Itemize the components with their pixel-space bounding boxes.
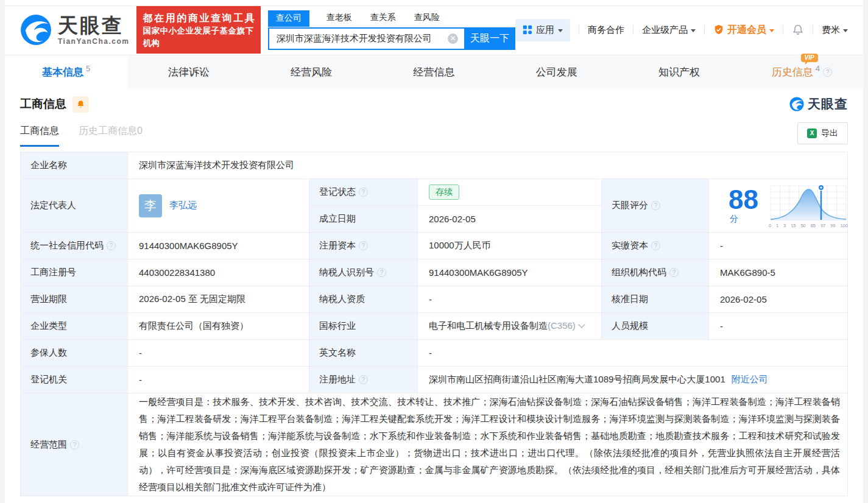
- open-vip-button[interactable]: 开通会员: [713, 24, 774, 37]
- tab-operating-risk[interactable]: 经营风险: [250, 55, 373, 88]
- help-icon[interactable]: [107, 241, 116, 250]
- business-scope-label: 经营范围: [21, 393, 128, 496]
- legal-rep-link[interactable]: 李弘远: [169, 200, 197, 211]
- score-distribution-chart: 01 315 5085 9799 100: [768, 183, 849, 228]
- table-row: 参保人数 - 英文名称 -: [21, 340, 848, 367]
- notification-bell-icon[interactable]: [792, 24, 804, 36]
- table-row: 工商注册号 440300228341380 纳税人识别号 91440300MAK…: [21, 259, 848, 286]
- address-value: 深圳市南山区招商街道沿山社区南海大道1089号招商局发展中心大厦1001: [429, 374, 725, 385]
- table-row: 登记机关 - 注册地址 深圳市南山区招商街道沿山社区南海大道1089号招商局发展…: [21, 367, 848, 393]
- industry-value[interactable]: 电子和电工机械专用设备制造(C356): [418, 313, 602, 340]
- help-icon[interactable]: [359, 188, 368, 197]
- establish-date-label: 成立日期: [309, 206, 418, 233]
- subtab-history-business-info[interactable]: 历史工商信息0: [79, 125, 143, 147]
- insured-count-value: -: [128, 340, 309, 367]
- watermark-logo: 天眼查: [789, 96, 848, 113]
- brand-logo[interactable]: 天眼查 TianYanCha.com: [20, 14, 129, 46]
- paid-capital-value: -: [709, 233, 848, 259]
- chevron-down-icon: [691, 29, 696, 32]
- staff-size-label: 人员规模: [602, 313, 709, 340]
- nav-enterprise[interactable]: 企业级产品: [642, 24, 696, 36]
- org-code-label: 组织机构代码: [602, 259, 709, 286]
- vip-badge: VIP: [801, 54, 818, 62]
- search-button[interactable]: 天眼一下: [464, 27, 515, 50]
- industry-label: 国标行业: [309, 313, 418, 340]
- tab-history-info-count: 4: [816, 64, 820, 73]
- tianyan-score[interactable]: 88分: [720, 181, 840, 231]
- search-input[interactable]: [268, 27, 464, 50]
- credit-code-value: 91440300MAK6G8905Y: [128, 233, 309, 259]
- reg-capital-value: 10000万人民币: [418, 233, 602, 259]
- reg-authority-value: -: [128, 367, 309, 393]
- tab-legal-proceedings[interactable]: 法律诉讼: [127, 55, 250, 88]
- help-icon[interactable]: [359, 375, 368, 384]
- help-icon[interactable]: [377, 268, 386, 277]
- user-menu[interactable]: 费米: [822, 24, 848, 36]
- help-icon[interactable]: [359, 241, 368, 250]
- table-row: 法定代表人 李 李弘远 登记状态 存续 天眼评分: [21, 179, 848, 206]
- score-label: 天眼评分: [602, 179, 709, 233]
- reg-authority-label: 登记机关: [21, 367, 128, 393]
- chevron-down-icon: [558, 29, 563, 32]
- divider: [579, 25, 579, 35]
- help-icon[interactable]: [669, 268, 679, 277]
- divider: [783, 25, 783, 35]
- subtab-business-info[interactable]: 工商信息: [20, 125, 59, 147]
- chevron-down-icon[interactable]: [578, 321, 585, 328]
- search-tab-risk[interactable]: 查风险: [413, 10, 441, 27]
- industry-code: (C356): [548, 320, 576, 331]
- top-nav: 应用 商务合作 企业级产品 开通会员: [515, 19, 848, 41]
- clear-search-icon[interactable]: ✕: [448, 33, 458, 44]
- tab-basic-info-label: 基本信息: [42, 65, 83, 79]
- username: 费米: [822, 24, 840, 36]
- divider: [633, 25, 633, 35]
- help-icon[interactable]: [823, 68, 832, 77]
- help-icon[interactable]: [651, 241, 660, 250]
- tab-company-development[interactable]: 公司发展: [495, 55, 618, 88]
- tab-operating-info[interactable]: 经营信息: [373, 55, 495, 88]
- watermark-brand-name: 天眼查: [808, 96, 848, 113]
- table-row: 企业类型 有限责任公司（国有独资） 国标行业 电子和电工机械专用设备制造(C35…: [21, 313, 848, 340]
- table-row: 经营范围 一般经营项目是：技术服务、技术开发、技术咨询、技术交流、技术转让、技术…: [21, 393, 848, 496]
- apps-label: 应用: [536, 24, 554, 36]
- english-name-value: -: [418, 340, 848, 367]
- nearby-companies-link[interactable]: 附近公司: [732, 374, 768, 385]
- address-label: 注册地址: [309, 367, 418, 393]
- reg-number-value: 440300228341380: [128, 259, 309, 286]
- tab-basic-info[interactable]: 基本信息 5: [5, 55, 127, 88]
- export-button[interactable]: 导出: [797, 122, 848, 144]
- help-icon[interactable]: [70, 440, 79, 449]
- insured-count-label: 参保人数: [21, 340, 128, 367]
- chevron-down-icon: [843, 29, 848, 32]
- excel-icon: [807, 128, 817, 138]
- table-row: 企业名称 深圳市深蓝海洋技术开发投资有限公司: [21, 152, 848, 179]
- nav-enterprise-label: 企业级产品: [642, 24, 688, 36]
- company-section-tabs: 基本信息 5 法律诉讼 经营风险 经营信息 公司发展 知识产权 历史信息 VIP…: [5, 55, 863, 88]
- search-tab-boss[interactable]: 查老板: [325, 10, 353, 27]
- taxpayer-id-label: 纳税人识别号: [309, 259, 418, 286]
- subscribe-bell-button[interactable]: [72, 96, 89, 113]
- search-tab-relation[interactable]: 查关系: [369, 10, 397, 27]
- apps-menu[interactable]: 应用: [515, 19, 570, 41]
- approval-date-label: 核准日期: [602, 286, 709, 313]
- table-row: 统一社会信用代码 91440300MAK6G8905Y 注册资本 10000万人…: [21, 233, 848, 259]
- paid-capital-label: 实缴资本: [602, 233, 709, 259]
- divider: [813, 25, 813, 35]
- search-tab-company[interactable]: 查公司: [268, 10, 309, 27]
- reg-capital-label: 注册资本: [309, 233, 418, 259]
- legal-rep-avatar[interactable]: 李: [139, 194, 162, 217]
- status-badge: 存续: [429, 185, 459, 200]
- tab-intellectual-property[interactable]: 知识产权: [618, 55, 740, 88]
- tab-history-info[interactable]: 历史信息 VIP 4: [741, 55, 863, 88]
- open-vip-label: 开通会员: [727, 24, 766, 37]
- orange-bell-icon: [76, 100, 85, 109]
- establish-date-value: 2026-02-05: [418, 206, 602, 233]
- help-icon[interactable]: [651, 201, 660, 210]
- promo-line2: 国家中小企业发展子基金旗下机构: [143, 25, 254, 49]
- approval-date-value: 2026-02-05: [709, 286, 848, 313]
- business-info-table: 企业名称 深圳市深蓝海洋技术开发投资有限公司 法定代表人 李 李弘远 登记状态 …: [20, 152, 848, 496]
- vip-crown-icon: [713, 24, 724, 35]
- org-code-value: MAK6G890-5: [709, 259, 848, 286]
- brand-domain: TianYanCha.com: [58, 38, 129, 45]
- nav-cooperation[interactable]: 商务合作: [588, 24, 624, 36]
